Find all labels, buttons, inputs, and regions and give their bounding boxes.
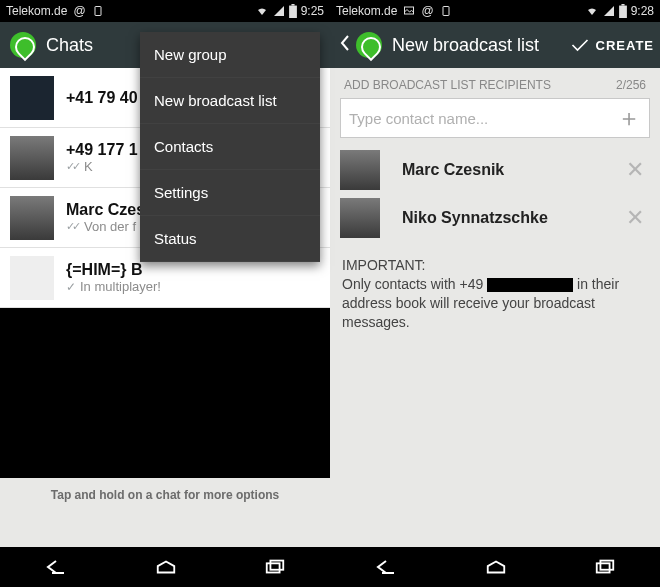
avatar [340,150,380,190]
clock-label: 9:28 [631,4,654,18]
image-icon [403,5,415,17]
recipient-name: Niko Synnatzschke [402,209,616,227]
svg-rect-1 [289,6,297,18]
menu-item-settings[interactable]: Settings [140,170,320,216]
chat-subtitle: K [84,159,93,174]
recent-apps-icon[interactable] [594,559,616,575]
avatar [10,196,54,240]
avatar [10,136,54,180]
add-contact-icon[interactable]: ＋ [617,106,641,130]
create-label: CREATE [596,38,654,53]
svg-rect-2 [291,4,294,6]
clock-label: 9:25 [301,4,324,18]
battery-icon [619,4,627,18]
recipients-header: ADD BROADCAST LIST RECIPIENTS [344,78,551,92]
signal-icon [603,5,615,17]
important-note: IMPORTANT: Only contacts with +49 in the… [330,242,660,332]
menu-item-new-group[interactable]: New group [140,32,320,78]
recipient-row[interactable]: Marc Czesnik ✕ [330,146,660,194]
svg-rect-15 [597,563,610,572]
at-icon: @ [73,4,85,18]
phone-right: Telekom.de @ 9:28 New bro [330,0,660,587]
svg-rect-0 [95,7,101,16]
overflow-menu: New group New broadcast list Contacts Se… [140,32,320,262]
action-bar: New broadcast list CREATE [330,22,660,68]
battery-icon [289,4,297,18]
back-icon[interactable] [44,558,68,576]
nav-bar [0,547,330,587]
empty-area [0,308,330,478]
menu-item-contacts[interactable]: Contacts [140,124,320,170]
check-icon [570,37,590,53]
svg-rect-12 [443,7,449,16]
remove-recipient-icon[interactable]: ✕ [626,205,650,231]
menu-item-new-broadcast[interactable]: New broadcast list [140,78,320,124]
phone-left: Telekom.de @ 9:25 Chats [0,0,330,587]
status-bar: Telekom.de @ 9:25 [0,0,330,22]
chat-subtitle: In multiplayer! [80,279,161,294]
avatar [340,198,380,238]
clipboard-icon [440,5,452,17]
whatsapp-logo-icon [10,32,36,58]
carrier-label: Telekom.de [336,4,397,18]
recent-apps-icon[interactable] [264,559,286,575]
back-icon[interactable] [340,34,350,56]
important-text-prefix: Only contacts with +49 [342,276,487,292]
redacted-phone [487,278,573,292]
clipboard-icon [92,5,104,17]
back-icon[interactable] [374,558,398,576]
check-icon: ✓ [66,280,76,294]
home-icon[interactable] [155,558,177,576]
remove-recipient-icon[interactable]: ✕ [626,157,650,183]
hint-text: Tap and hold on a chat for more options [0,478,330,520]
recipient-name: Marc Czesnik [402,161,616,179]
whatsapp-logo-icon [356,32,382,58]
important-label: IMPORTANT: [342,257,426,273]
carrier-label: Telekom.de [6,4,67,18]
svg-rect-10 [271,561,284,570]
double-check-icon: ✓✓ [66,160,78,173]
svg-rect-14 [621,4,624,6]
double-check-icon: ✓✓ [66,220,78,233]
chat-name: {=HIM=} B [66,261,320,279]
signal-icon [273,5,285,17]
recipients-count: 2/256 [616,78,646,92]
page-title: New broadcast list [392,35,570,56]
menu-item-status[interactable]: Status [140,216,320,262]
chat-subtitle: Von der f [84,219,136,234]
nav-bar [330,547,660,587]
avatar [10,256,54,300]
svg-rect-13 [619,6,627,18]
contact-name-input[interactable] [349,110,617,127]
create-button[interactable]: CREATE [570,37,654,53]
contact-input-row[interactable]: ＋ [340,98,650,138]
broadcast-body: ADD BROADCAST LIST RECIPIENTS 2/256 ＋ Ma… [330,68,660,332]
svg-rect-16 [601,561,614,570]
recipient-row[interactable]: Niko Synnatzschke ✕ [330,194,660,242]
at-icon: @ [421,4,433,18]
home-icon[interactable] [485,558,507,576]
wifi-icon [255,5,269,17]
avatar [10,76,54,120]
status-bar: Telekom.de @ 9:28 [330,0,660,22]
svg-rect-9 [267,563,280,572]
wifi-icon [585,5,599,17]
